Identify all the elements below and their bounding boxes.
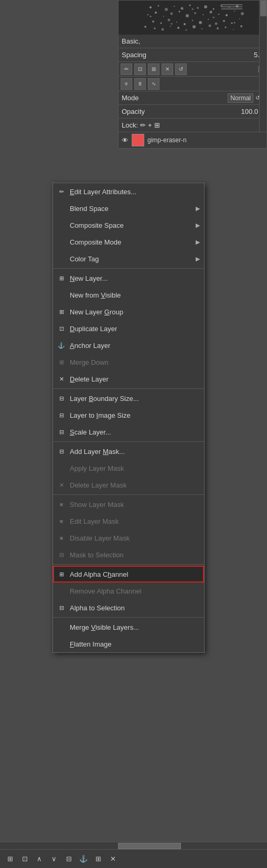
add-alpha-channel-icon: ⊞ <box>57 570 66 578</box>
menu-label-apply-layer-mask: Apply Layer Mask <box>70 464 124 472</box>
menu-item-new-layer[interactable]: ⊞ New Layer... <box>53 270 204 287</box>
scrollbar-thumb-horizontal[interactable] <box>118 843 181 849</box>
wave-icon[interactable]: ∿ <box>148 78 159 90</box>
toolbar-row-1: ✏ ⊡ ⊞ ✕ ↺ <box>119 62 266 77</box>
svg-point-49 <box>240 25 242 27</box>
edit-layer-mask-icon: ■ <box>57 517 66 525</box>
menu-item-alpha-to-selection[interactable]: ⊟ Alpha to Selection <box>53 599 204 616</box>
layers-icon[interactable]: ≡ <box>121 78 132 90</box>
svg-point-39 <box>162 28 164 31</box>
new-layer-bottom-btn[interactable]: ⊞ <box>4 853 16 865</box>
layer-boundary-bottom-btn[interactable]: ⊟ <box>63 853 74 865</box>
menu-item-delete-layer[interactable]: ✕ Delete Layer <box>53 371 204 387</box>
menu-label-blend-space: Blend Space <box>70 205 109 213</box>
add-layer-mask-icon: ⊟ <box>57 447 66 456</box>
transform-icon[interactable]: ⊡ <box>134 63 146 75</box>
svg-point-14 <box>163 16 164 17</box>
bottom-toolbar: ⊞ ⊡ ∧ ∨ ⊟ ⚓ ⊞ ✕ <box>0 849 267 868</box>
spacing-row: Spacing 5.0 <box>119 48 266 62</box>
menu-item-flatten-image[interactable]: Flatten Image <box>53 636 204 652</box>
menu-item-layer-to-image-size[interactable]: ⊟ Layer to Image Size <box>53 407 204 424</box>
svg-point-7 <box>204 5 207 8</box>
menu-item-composite-mode[interactable]: Composite Mode ▶ <box>53 234 204 250</box>
new-layer-group-icon: ⊞ <box>57 308 66 316</box>
menu-item-edit-layer-attrs[interactable]: ✏ Edit Layer Attributes... <box>53 183 204 200</box>
scrollbar-thumb[interactable] <box>260 1 266 16</box>
opacity-label: Opacity <box>122 108 145 115</box>
menu-label-add-alpha-channel: Add Alpha Channel <box>70 570 128 578</box>
lock-label: Lock: <box>122 121 138 129</box>
copy-icon[interactable]: ⊞ <box>148 63 159 75</box>
menu-item-blend-space[interactable]: Blend Space ▶ <box>53 200 204 217</box>
menu-label-new-layer-group: New Layer Group <box>70 308 123 316</box>
menu-label-merge-visible-layers: Merge Visible Layers... <box>70 623 139 631</box>
merge-bottom-btn[interactable]: ⊞ <box>92 853 104 865</box>
vertical-scrollbar[interactable] <box>259 1 266 132</box>
menu-item-duplicate-layer[interactable]: ⊡ Duplicate Layer <box>53 320 204 337</box>
submenu-arrow-composite-mode-icon: ▶ <box>196 239 200 246</box>
brush-preview: + + + + + <box>119 1 266 35</box>
scale-layer-icon: ⊟ <box>57 428 66 436</box>
merge-down-icon: ⊞ <box>57 358 66 366</box>
menu-item-new-from-visible[interactable]: New from Visible <box>53 287 204 303</box>
delete-bottom-btn[interactable]: ✕ <box>107 853 119 865</box>
menu-label-edit-layer-mask: Edit Layer Mask <box>70 517 119 525</box>
menu-item-disable-layer-mask: ■ Disable Layer Mask <box>53 530 204 546</box>
menu-item-anchor-layer[interactable]: ⚓ Anchor Layer <box>53 337 204 354</box>
menu-item-color-tag[interactable]: Color Tag ▶ <box>53 250 204 267</box>
menu-label-disable-layer-mask: Disable Layer Mask <box>70 534 130 542</box>
menu-label-delete-layer: Delete Layer <box>70 375 109 383</box>
grid-icon[interactable]: ⊞ <box>154 121 160 129</box>
svg-rect-56 <box>221 6 242 7</box>
pencil-icon[interactable]: ✏ <box>140 121 146 129</box>
move-down-bottom-btn[interactable]: ∨ <box>48 853 60 865</box>
svg-point-0 <box>149 6 152 8</box>
menu-label-edit-layer-attrs: Edit Layer Attributes... <box>70 188 136 196</box>
menu-item-layer-boundary-size[interactable]: ⊟ Layer Boundary Size... <box>53 390 204 407</box>
svg-point-16 <box>179 11 180 13</box>
menu-label-composite-space: Composite Space <box>70 221 124 229</box>
merge-visible-layers-icon <box>57 623 66 631</box>
close-icon[interactable]: ✕ <box>162 63 173 75</box>
separator-5 <box>53 564 204 565</box>
duplicate-layer-bottom-btn[interactable]: ⊡ <box>19 853 30 865</box>
spacing-label: Spacing <box>122 51 146 59</box>
mode-select[interactable]: Normal <box>228 93 253 103</box>
flatten-image-icon <box>57 640 66 648</box>
svg-point-31 <box>199 21 202 24</box>
menu-item-composite-space[interactable]: Composite Space ▶ <box>53 217 204 234</box>
svg-point-43 <box>193 25 196 28</box>
pause-icon[interactable]: ⏸ <box>134 78 146 90</box>
menu-item-merge-visible-layers[interactable]: Merge Visible Layers... <box>53 619 204 636</box>
layer-boundary-size-icon: ⊟ <box>57 394 66 403</box>
plus-icon[interactable]: + <box>148 121 152 129</box>
composite-mode-icon <box>57 238 66 246</box>
menu-item-mask-to-selection: ⊟ Mask to Selection <box>53 546 204 563</box>
svg-text:+: + <box>191 7 194 12</box>
menu-item-add-layer-mask[interactable]: ⊟ Add Layer Mask... <box>53 443 204 460</box>
menu-label-composite-mode: Composite Mode <box>70 238 121 246</box>
menu-item-new-layer-group[interactable]: ⊞ New Layer Group <box>53 303 204 320</box>
svg-point-47 <box>225 27 227 28</box>
submenu-arrow-composite-space-icon: ▶ <box>196 222 200 229</box>
edit-icon[interactable]: ✏ <box>121 63 132 75</box>
new-layer-icon: ⊞ <box>57 274 66 282</box>
menu-item-show-layer-mask: ■ Show Layer Mask <box>53 496 204 513</box>
menu-item-add-alpha-channel[interactable]: ⊞ Add Alpha Channel <box>53 566 204 583</box>
svg-point-19 <box>202 14 204 15</box>
menu-label-remove-alpha-channel: Remove Alpha Channel <box>70 587 142 595</box>
menu-item-scale-layer[interactable]: ⊟ Scale Layer... <box>53 424 204 440</box>
anchor-bottom-btn[interactable]: ⚓ <box>78 853 89 865</box>
svg-point-27 <box>168 19 170 22</box>
svg-point-1 <box>158 5 159 7</box>
move-up-bottom-btn[interactable]: ∧ <box>34 853 45 865</box>
separator-3 <box>53 441 204 442</box>
eye-icon[interactable]: 👁 <box>122 136 129 144</box>
menu-label-merge-down: Merge Down <box>70 358 109 366</box>
menu-item-edit-layer-mask: ■ Edit Layer Mask <box>53 513 204 530</box>
svg-point-48 <box>233 29 234 30</box>
horizontal-scrollbar[interactable] <box>0 842 267 849</box>
refresh-icon[interactable]: ↺ <box>175 63 187 75</box>
menu-label-anchor-layer: Anchor Layer <box>70 342 110 350</box>
menu-label-flatten-image: Flatten Image <box>70 640 112 648</box>
